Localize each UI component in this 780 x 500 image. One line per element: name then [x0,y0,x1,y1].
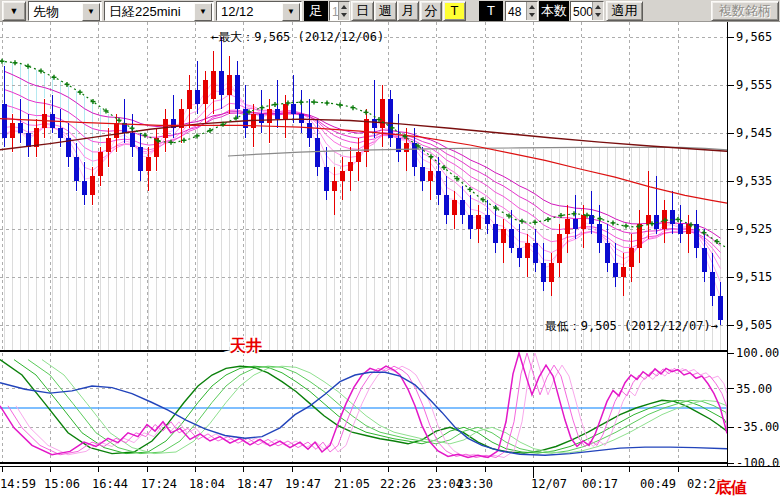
tick-period-button[interactable]: T [443,1,466,21]
time-axis-label: 00:49 [640,477,676,491]
toolbar: ▼ 先物 ▼ 日経225mini ▼ 12/12 ▼ 足 1 日 週 月 分 T… [0,0,780,22]
weekly-period-button[interactable]: 週 [374,1,397,21]
price-axis-label: 9,535 [736,174,772,188]
tick-size-spinner[interactable]: 48 [505,1,538,21]
market-combobox-value: 先物 [33,3,59,21]
contract-month-combobox[interactable]: 12/12 ▼ [216,1,302,21]
minute-period-button[interactable]: 分 [420,1,442,21]
ceiling-annotation: 天井 [229,337,262,354]
market-combobox[interactable]: 先物 ▼ [28,1,102,21]
time-axis-label: 21:05 [334,477,370,491]
chevron-down-icon: ▼ [10,6,19,16]
time-axis-label: 16:44 [92,477,128,491]
chart-application-window: { "toolbar": { "dropdown_arrow": "▼", "m… [0,0,780,500]
symbol-combobox[interactable]: 日経225mini ▼ [104,1,214,21]
symbol-combobox-value: 日経225mini [109,3,181,21]
spinner-updown-icon[interactable] [592,2,603,20]
price-axis-label: 9,505 [736,318,772,332]
ma-ribbon [4,71,721,298]
time-axis-label: 00:17 [582,477,618,491]
price-axis-label: 9,555 [736,78,772,92]
tick-type-label: T [479,1,503,21]
price-chart[interactable]: 9,5659,5559,5459,5359,5259,5159,505100.0… [0,22,780,500]
chart-menu-dropdown-button[interactable]: ▼ [2,1,26,21]
spinner-updown-icon[interactable] [338,2,349,20]
time-axis-label: 14:59 [0,477,36,491]
time-axis-label: 23:30 [457,477,493,491]
background-layer [4,62,720,350]
chevron-down-icon[interactable]: ▼ [194,3,212,21]
time-axis-label: 18:04 [189,477,225,491]
apply-button[interactable]: 適用 [606,1,643,21]
time-axis-label: 18:47 [237,477,273,491]
time-axis-label: 19:47 [285,477,321,491]
contract-month-combobox-value: 12/12 [221,3,254,21]
chevron-down-icon[interactable]: ▼ [82,3,100,21]
bottom-annotation: 底値 [714,478,747,496]
oscillator-axis-label: 100.00 [736,346,779,360]
max-price-annotation: ←最大：9,565 (2012/12/06) [211,30,384,44]
oscillator-axis-label: -35.00 [736,420,779,434]
bar-count-value: 500 [573,3,593,21]
tick-size-value: 48 [508,3,521,21]
oscillator-axis-label: -100.00 [736,456,780,470]
time-axis-label: 12/07 [531,477,567,491]
bar-type-label: 足 [304,1,328,21]
price-axis-label: 9,515 [736,270,772,284]
chevron-down-icon[interactable]: ▼ [282,3,300,21]
price-axis-label: 9,545 [736,126,772,140]
time-axis-label: 22:26 [380,477,416,491]
time-axis-label: 17:24 [141,477,177,491]
bar-interval-spinner[interactable]: 1 [329,1,350,21]
oscillator-lines [0,353,727,458]
multi-symbol-button[interactable]: 複数銘柄 [711,1,779,21]
price-axis-label: 9,525 [736,222,772,236]
min-price-annotation: 最低：9,505 (2012/12/07)→ [545,319,718,333]
daily-period-button[interactable]: 日 [351,1,374,21]
price-axis-label: 9,565 [736,30,772,44]
time-axis-label: 15:06 [44,477,80,491]
spinner-updown-icon[interactable] [526,2,537,20]
oscillator-axis-label: 35.00 [736,382,772,396]
bar-count-label: 本数 [539,1,569,21]
bar-count-spinner[interactable]: 500 [570,1,604,21]
monthly-period-button[interactable]: 月 [397,1,419,21]
